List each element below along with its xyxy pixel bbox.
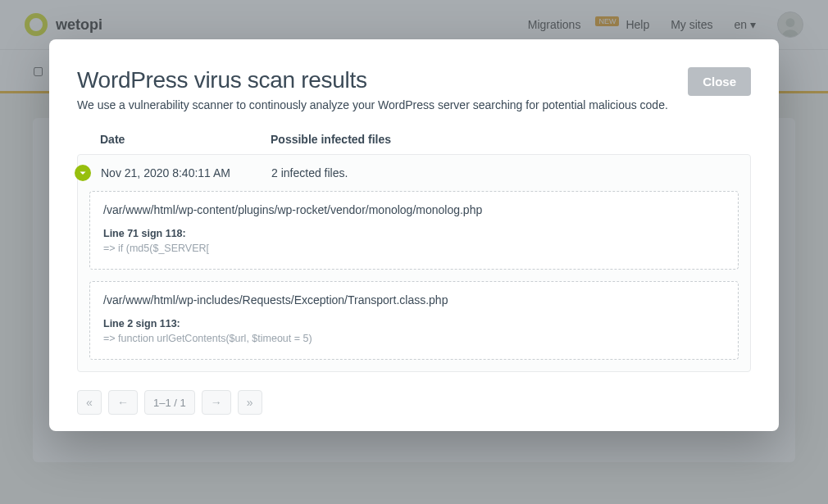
pager-last-button[interactable]: »	[238, 390, 262, 415]
close-button[interactable]: Close	[688, 67, 751, 96]
infected-file-path: /var/www/html/wp-content/plugins/wp-rock…	[103, 203, 725, 216]
scan-result-details: /var/www/html/wp-content/plugins/wp-rock…	[78, 191, 750, 371]
infection-code-snippet: => if (md5($_SERVER[	[103, 243, 725, 254]
results-header-row: Date Possible infected files	[77, 133, 751, 154]
infected-file-path: /var/www/html/wp-includes/Requests/Excep…	[103, 293, 725, 306]
pager-next-button[interactable]: →	[202, 390, 231, 415]
scan-date: Nov 21, 2020 8:40:11 AM	[101, 166, 271, 179]
expand-toggle[interactable]	[75, 165, 98, 181]
modal-subtitle: We use a vulnerability scanner to contin…	[77, 98, 668, 111]
infection-signature-label: Line 71 sign 118:	[103, 228, 725, 239]
column-header-files: Possible infected files	[271, 133, 751, 146]
modal-header: WordPress virus scan results We use a vu…	[77, 67, 751, 111]
virus-scan-modal: WordPress virus scan results We use a vu…	[49, 39, 779, 431]
modal-overlay: WordPress virus scan results We use a vu…	[0, 0, 828, 504]
pager-prev-button[interactable]: ←	[108, 390, 138, 415]
modal-title: WordPress virus scan results	[77, 67, 668, 93]
pager-first-button[interactable]: «	[77, 390, 102, 415]
pager-status: 1–1 / 1	[144, 390, 195, 415]
scan-result-summary-row[interactable]: Nov 21, 2020 8:40:11 AM 2 infected files…	[78, 155, 750, 191]
infected-file-card: /var/www/html/wp-content/plugins/wp-rock…	[89, 191, 739, 270]
chevron-down-icon	[75, 165, 91, 181]
infection-code-snippet: => function urlGetContents($url, $timeou…	[103, 333, 725, 344]
scan-summary: 2 infected files.	[271, 166, 750, 179]
column-header-date: Date	[100, 133, 271, 146]
pagination: « ← 1–1 / 1 → »	[77, 390, 751, 415]
scan-result: Nov 21, 2020 8:40:11 AM 2 infected files…	[77, 154, 751, 372]
infected-file-card: /var/www/html/wp-includes/Requests/Excep…	[89, 281, 739, 360]
modal-heading-block: WordPress virus scan results We use a vu…	[77, 67, 668, 111]
infection-signature-label: Line 2 sign 113:	[103, 318, 725, 329]
